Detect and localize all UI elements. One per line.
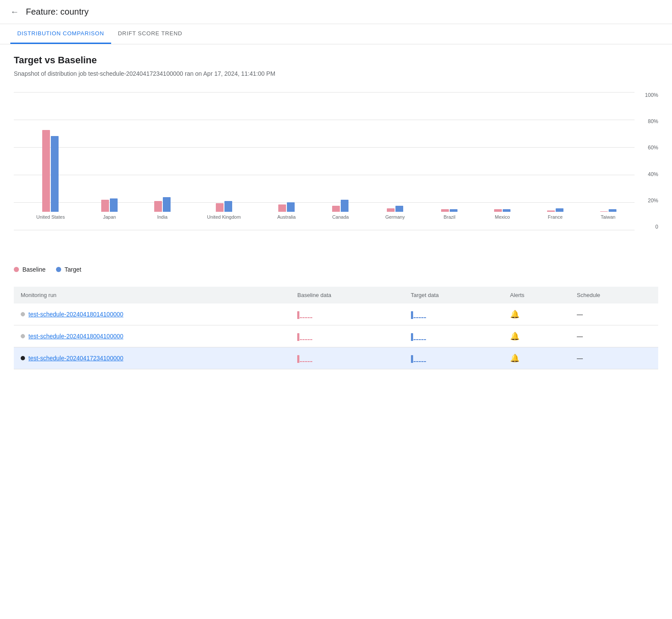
- schedule-cell: —: [570, 303, 658, 325]
- target-bar: [224, 201, 232, 212]
- mini-target-dash: [416, 361, 418, 362]
- mini-target-dash: [416, 317, 418, 318]
- mini-target-dash: [414, 361, 416, 362]
- x-axis-label: Mexico: [495, 214, 510, 220]
- alerts-cell: 🔔: [503, 325, 570, 347]
- bar-group-united-kingdom: United Kingdom: [207, 201, 241, 220]
- target-bar: [395, 206, 403, 212]
- main-content: Target vs Baseline Snapshot of distribut…: [0, 44, 672, 380]
- page-title: Feature: country: [26, 7, 89, 17]
- monitoring-run-link[interactable]: test-schedule-20240417234100000: [28, 355, 123, 362]
- mini-target-bar: [411, 355, 413, 363]
- target-bar: [110, 198, 118, 212]
- col-monitoring-run: Monitoring run: [14, 287, 290, 303]
- baseline-data-cell: [290, 325, 404, 347]
- x-axis-label: Canada: [332, 214, 349, 220]
- monitoring-run-cell: test-schedule-20240418014100000: [14, 303, 290, 325]
- baseline-bar: [154, 201, 162, 212]
- baseline-mini-chart: [297, 310, 397, 319]
- baseline-bar: [441, 209, 449, 212]
- mini-baseline-dash: [308, 339, 310, 340]
- table-row: test-schedule-20240418014100000 🔔—: [14, 303, 658, 325]
- mini-baseline-dash: [302, 339, 305, 340]
- baseline-bar: [332, 206, 340, 212]
- y-label-20: 20%: [637, 198, 658, 204]
- monitoring-run-link[interactable]: test-schedule-20240418014100000: [28, 311, 123, 318]
- mini-baseline-bar: [297, 333, 299, 341]
- target-bar: [51, 136, 59, 212]
- bar-group-india: India: [154, 197, 171, 220]
- x-axis-label: United Kingdom: [207, 214, 241, 220]
- x-axis-label: France: [548, 214, 563, 220]
- bar-pair: [216, 201, 232, 212]
- mini-baseline-dash: [310, 317, 312, 318]
- baseline-label: Baseline: [22, 266, 46, 273]
- bar-group-japan: Japan: [101, 198, 118, 220]
- target-bar: [287, 202, 295, 212]
- bar-pair: [547, 208, 563, 212]
- bars-area: United StatesJapanIndiaUnited KingdomAus…: [18, 92, 635, 220]
- mini-baseline-dash: [300, 361, 302, 362]
- monitoring-run-cell: test-schedule-20240417234100000: [14, 347, 290, 369]
- monitoring-run-cell: test-schedule-20240418004100000: [14, 325, 290, 347]
- mini-baseline-dash: [302, 361, 305, 362]
- mini-target-dash: [416, 339, 418, 340]
- chart-legend: Baseline Target: [14, 266, 658, 273]
- section-subtitle: Snapshot of distribution job test-schedu…: [14, 69, 658, 78]
- back-button[interactable]: ←: [10, 7, 19, 17]
- mini-baseline-dash: [310, 339, 312, 340]
- mini-baseline-dash: [305, 317, 307, 318]
- baseline-dot: [14, 267, 19, 272]
- table-row: test-schedule-20240418004100000 🔔—: [14, 325, 658, 347]
- mini-target-dash: [421, 361, 423, 362]
- bar-pair: [42, 130, 59, 212]
- col-alerts: Alerts: [503, 287, 570, 303]
- col-target-data: Target data: [404, 287, 504, 303]
- x-axis-label: Brazil: [444, 214, 456, 220]
- target-mini-chart: [411, 353, 497, 363]
- baseline-bar: [42, 130, 50, 212]
- mini-target-dash: [419, 339, 421, 340]
- x-axis-label: Germany: [385, 214, 404, 220]
- mini-baseline-dash: [310, 361, 312, 362]
- bar-pair: [494, 209, 510, 212]
- mini-target-dash: [419, 317, 421, 318]
- table-header-row: Monitoring run Baseline data Target data…: [14, 287, 658, 303]
- bar-pair: [600, 209, 616, 212]
- tab-bar: DISTRIBUTION COMPARISON DRIFT SCORE TREN…: [0, 24, 672, 44]
- alerts-cell: 🔔: [503, 303, 570, 325]
- bar-pair: [101, 198, 118, 212]
- baseline-bar: [547, 210, 555, 212]
- mini-target-dash: [414, 317, 416, 318]
- alert-bell-icon: 🔔: [510, 354, 520, 362]
- status-indicator: [21, 312, 25, 316]
- bar-group-taiwan: Taiwan: [600, 209, 616, 220]
- tab-drift-score[interactable]: DRIFT SCORE TREND: [111, 24, 190, 44]
- baseline-mini-chart: [297, 331, 397, 341]
- mini-target-dash: [414, 339, 416, 340]
- tab-distribution[interactable]: DISTRIBUTION COMPARISON: [10, 24, 111, 44]
- section-title: Target vs Baseline: [14, 55, 658, 66]
- mini-target-bar: [411, 311, 413, 319]
- legend-target: Target: [56, 266, 81, 273]
- col-schedule: Schedule: [570, 287, 658, 303]
- page-header: ← Feature: country: [0, 0, 672, 24]
- schedule-cell: —: [570, 347, 658, 369]
- target-mini-chart: [411, 310, 497, 319]
- mini-baseline-dash: [308, 361, 310, 362]
- monitoring-run-link[interactable]: test-schedule-20240418004100000: [28, 333, 123, 340]
- target-mini-chart: [411, 331, 497, 341]
- mini-target-dash: [419, 361, 421, 362]
- bar-group-united-states: United States: [36, 130, 65, 220]
- x-axis-label: Japan: [103, 214, 116, 220]
- mini-baseline-dash: [302, 317, 305, 318]
- bar-pair: [154, 197, 171, 212]
- baseline-mini-chart: [297, 353, 397, 363]
- target-bar: [341, 200, 348, 212]
- monitoring-table: Monitoring run Baseline data Target data…: [14, 287, 658, 369]
- y-label-40: 40%: [637, 171, 658, 177]
- x-axis-label: Taiwan: [601, 214, 616, 220]
- bar-group-brazil: Brazil: [441, 209, 457, 220]
- bar-group-france: France: [547, 208, 563, 220]
- bar-group-mexico: Mexico: [494, 209, 510, 220]
